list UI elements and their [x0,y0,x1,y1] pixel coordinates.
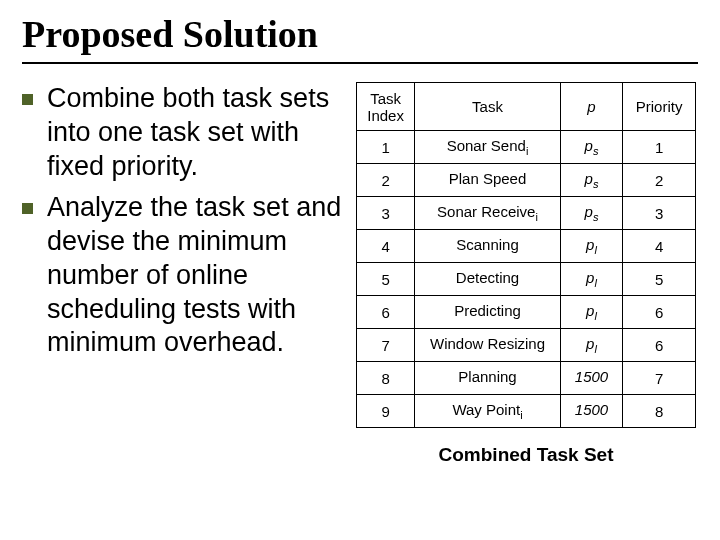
cell-index: 6 [357,296,415,329]
p-base: p [585,203,593,220]
cell-index: 4 [357,230,415,263]
task-name: Detecting [456,269,519,286]
task-name: Window Resizing [430,335,545,352]
bullet-list: Combine both task sets into one task set… [22,82,342,360]
p-sub: s [593,178,599,190]
cell-task: Window Resizing [415,329,561,362]
cell-p: pl [560,329,622,362]
p-sub: l [594,277,596,289]
table-row: 2 Plan Speed ps 2 [357,164,696,197]
table-header-row: Task Index Task p Priority [357,83,696,131]
task-sub: i [526,145,528,157]
p-plain: 1500 [575,368,608,385]
bullet-square-icon [22,94,33,105]
cell-priority: 7 [623,362,696,395]
bullet-text: Combine both task sets into one task set… [47,82,342,183]
cell-priority: 5 [623,263,696,296]
table-row: 9 Way Pointi 1500 8 [357,395,696,428]
task-sub: i [520,409,522,421]
slide: Proposed Solution Combine both task sets… [0,0,720,540]
cell-task: Detecting [415,263,561,296]
task-name: Sonar Receive [437,203,535,220]
cell-p: pl [560,263,622,296]
cell-index: 1 [357,131,415,164]
table-row: 1 Sonar Sendi ps 1 [357,131,696,164]
p-sub: s [593,145,599,157]
table-body: 1 Sonar Sendi ps 1 2 Plan Speed ps 2 3 S… [357,131,696,428]
cell-p: pl [560,296,622,329]
list-item: Combine both task sets into one task set… [22,82,342,183]
slide-body: Combine both task sets into one task set… [22,82,698,466]
cell-task: Plan Speed [415,164,561,197]
cell-task: Sonar Receivei [415,197,561,230]
col-task: Task [415,83,561,131]
p-sub: l [594,343,596,355]
cell-priority: 6 [623,296,696,329]
cell-task: Way Pointi [415,395,561,428]
table-caption: Combined Task Set [439,444,614,466]
cell-p: 1500 [560,395,622,428]
cell-task: Scanning [415,230,561,263]
bullet-text: Analyze the task set and devise the mini… [47,191,342,360]
table-row: 8 Planning 1500 7 [357,362,696,395]
table-row: 6 Predicting pl 6 [357,296,696,329]
p-base: p [585,170,593,187]
list-item: Analyze the task set and devise the mini… [22,191,342,360]
cell-index: 7 [357,329,415,362]
cell-p: ps [560,164,622,197]
slide-title: Proposed Solution [22,12,698,64]
p-sub: l [594,244,596,256]
task-name: Plan Speed [449,170,527,187]
cell-p: ps [560,197,622,230]
p-sub: l [594,310,596,322]
table-column: Task Index Task p Priority 1 Sonar Sendi… [356,82,696,466]
cell-priority: 2 [623,164,696,197]
bullet-column: Combine both task sets into one task set… [22,82,342,466]
task-name: Planning [458,368,516,385]
table-row: 5 Detecting pl 5 [357,263,696,296]
cell-task: Planning [415,362,561,395]
task-name: Way Point [452,401,520,418]
cell-priority: 6 [623,329,696,362]
cell-priority: 1 [623,131,696,164]
cell-priority: 3 [623,197,696,230]
cell-index: 9 [357,395,415,428]
task-sub: i [535,211,537,223]
task-name: Predicting [454,302,521,319]
table-row: 7 Window Resizing pl 6 [357,329,696,362]
p-sub: s [593,211,599,223]
col-p-label: p [587,98,595,115]
task-table: Task Index Task p Priority 1 Sonar Sendi… [356,82,696,428]
p-base: p [585,137,593,154]
cell-index: 8 [357,362,415,395]
col-task-index: Task Index [357,83,415,131]
col-priority: Priority [623,83,696,131]
cell-index: 5 [357,263,415,296]
cell-index: 3 [357,197,415,230]
cell-priority: 8 [623,395,696,428]
table-row: 4 Scanning pl 4 [357,230,696,263]
table-row: 3 Sonar Receivei ps 3 [357,197,696,230]
p-plain: 1500 [575,401,608,418]
col-p: p [560,83,622,131]
cell-task: Sonar Sendi [415,131,561,164]
cell-p: 1500 [560,362,622,395]
cell-p: ps [560,131,622,164]
cell-task: Predicting [415,296,561,329]
bullet-square-icon [22,203,33,214]
cell-index: 2 [357,164,415,197]
task-name: Sonar Send [447,137,526,154]
cell-p: pl [560,230,622,263]
task-name: Scanning [456,236,519,253]
cell-priority: 4 [623,230,696,263]
